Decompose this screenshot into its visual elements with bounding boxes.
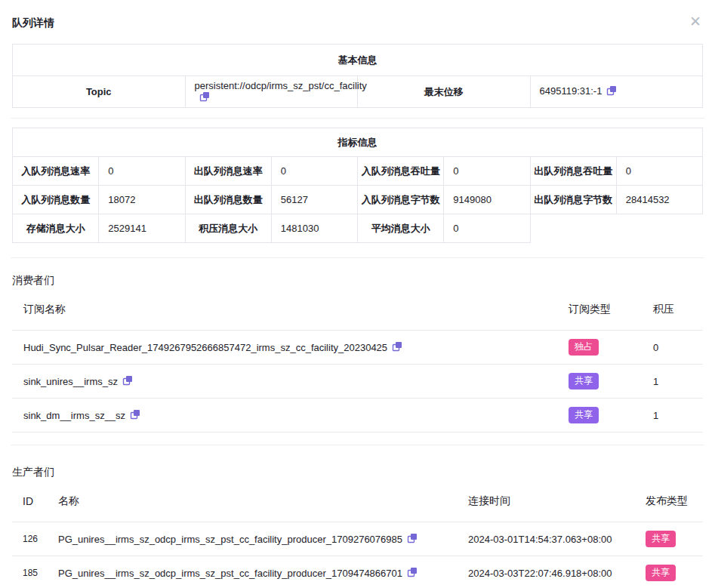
metric-label: 积压消息大小 [185,214,271,243]
metric-label: 入队列消息字节数 [358,186,444,214]
metric-label: 出队列消息速率 [185,157,271,186]
column-header-id: ID [12,495,58,507]
metric-label: 入队列消息速率 [13,157,99,186]
metric-label: 入队列消息吞吐量 [358,157,444,186]
column-header-name: 名称 [58,494,468,508]
producer-id: 126 [12,534,58,544]
table-row: sink_dm__irms_sz__sz 共享 1 [12,399,703,433]
producer-connect-time: 2024-03-01T14:54:37.063+08:00 [468,534,646,545]
section-divider [11,118,704,119]
metric-value: 0 [271,157,357,186]
column-header-subscription-name: 订阅名称 [12,303,569,316]
metric-label: 出队列消息数量 [185,186,271,214]
copy-icon[interactable] [407,533,418,546]
column-header-publish-type: 发布类型 [646,494,703,508]
producers-table: ID 名称 连接时间 发布类型 126 PG_unires__irms_sz_o… [12,479,703,588]
copy-icon[interactable] [606,85,617,98]
table-row: 入队列消息速率 0 出队列消息速率 0 入队列消息吞吐量 0 出队列消息吞吐量 … [13,157,703,186]
copy-icon[interactable] [130,409,140,422]
subscription-type-badge: 独占 [569,339,599,356]
subscription-name: Hudi_Sync_Pulsar_Reader_1749267952666857… [23,342,387,353]
consumers-header-row: 订阅名称 订阅类型 积压 [12,288,703,331]
metric-label: 出队列消息吞吐量 [530,157,616,186]
backlog-value: 1 [653,376,703,387]
queue-detail-modal: 队列详情 ✕ 基本信息 Topic persistent://odcp/irms… [0,0,715,588]
consumers-table: 订阅名称 订阅类型 积压 Hudi_Sync_Pulsar_Reader_174… [12,288,703,433]
metric-value: 9149080 [444,186,530,214]
backlog-value: 1 [653,410,703,421]
subscription-type-badge: 共享 [569,373,599,389]
subscription-name: sink_unires__irms_sz [23,376,118,387]
table-row: 入队列消息数量 18072 出队列消息数量 56127 入队列消息字节数 914… [13,186,703,214]
metric-value: 0 [99,157,185,186]
metrics-table: 指标信息 入队列消息速率 0 出队列消息速率 0 入队列消息吞吐量 0 出队列消… [12,128,703,243]
metric-label: 平均消息大小 [358,214,444,243]
table-row: 185 PG_unires__irms_sz_odcp_irms_sz_pst_… [12,556,703,588]
section-divider [11,445,704,445]
metric-label: 入队列消息数量 [13,186,99,214]
producer-id: 185 [12,568,58,578]
publish-type-badge: 共享 [646,531,676,547]
offset-label: 最末位移 [358,76,531,108]
metric-label: 存储消息大小 [13,214,99,243]
metric-value: 28414532 [616,186,702,214]
subscription-name: sink_dm__irms_sz__sz [23,410,125,421]
table-row: sink_unires__irms_sz 共享 1 [12,365,703,399]
topic-label: Topic [13,76,186,108]
page-title: 队列详情 [12,17,54,29]
table-row: 存储消息大小 2529141 积压消息大小 1481030 平均消息大小 0 [13,214,703,243]
empty-cell [530,214,703,243]
metric-value: 2529141 [99,214,185,243]
producers-section-title: 生产者们 [12,466,703,479]
publish-type-badge: 共享 [646,565,676,581]
basic-info-table: 基本信息 Topic persistent://odcp/irms_sz_pst… [12,44,703,108]
table-row: Hudi_Sync_Pulsar_Reader_1749267952666857… [12,331,703,365]
column-header-backlog: 积压 [653,303,703,316]
metric-value: 18072 [99,186,185,214]
producers-header-row: ID 名称 连接时间 发布类型 [12,479,703,522]
offset-value: 6495119:31:-1 [540,85,603,97]
modal-header: 队列详情 ✕ [0,0,715,44]
metric-value: 0 [444,157,530,186]
metric-value: 0 [616,157,702,186]
copy-icon[interactable] [122,375,133,388]
offset-value-cell: 6495119:31:-1 [530,76,703,108]
basic-info-section-title: 基本信息 [13,45,703,76]
section-divider [11,257,704,258]
copy-icon[interactable] [392,341,402,354]
table-row: 126 PG_unires__irms_sz_odcp_irms_sz_pst_… [12,522,703,556]
producer-name: PG_unires__irms_sz_odcp_irms_sz_pst_cc_f… [58,568,402,579]
backlog-value: 0 [653,342,703,353]
column-header-connect-time: 连接时间 [468,494,646,508]
subscription-type-badge: 共享 [569,407,599,423]
metric-label: 出队列消息字节数 [530,186,616,214]
copy-icon[interactable] [407,567,418,580]
producer-connect-time: 2024-03-03T22:07:46.918+08:00 [468,568,646,579]
producer-name: PG_unires__irms_sz_odcp_irms_sz_pst_cc_f… [58,534,402,545]
close-icon[interactable]: ✕ [686,12,704,30]
metric-value: 56127 [271,186,357,214]
column-header-subscription-type: 订阅类型 [569,303,653,316]
consumers-section-title: 消费者们 [12,274,703,288]
metrics-section-title: 指标信息 [13,128,703,157]
topic-value-cell: persistent://odcp/irms_sz_pst/cc_facilit… [185,76,358,108]
table-row: Topic persistent://odcp/irms_sz_pst/cc_f… [13,76,703,108]
metric-value: 1481030 [271,214,357,243]
metric-value: 0 [444,214,530,243]
topic-value: persistent://odcp/irms_sz_pst/cc_facilit… [195,80,367,91]
copy-icon[interactable] [199,91,210,104]
